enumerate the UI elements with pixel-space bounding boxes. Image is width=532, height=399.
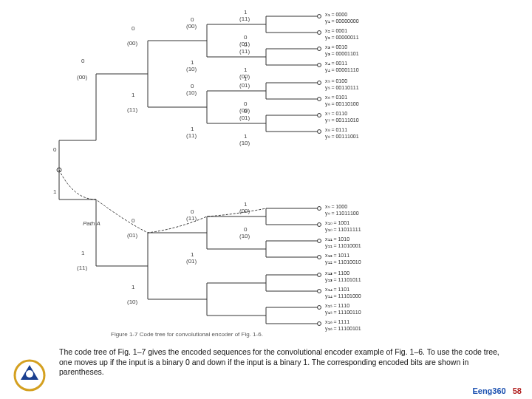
leaf-x: x₃ = 0010 (325, 44, 347, 50)
svg-point-40 (318, 98, 321, 101)
figure-caption: Figure 1-7 Code tree for convolutional e… (111, 331, 263, 338)
leaf-y: y₁₄ = 11101000 (325, 293, 361, 299)
l4-branch-label: 0 (244, 108, 247, 115)
l1-1-label: 1 (81, 250, 84, 256)
l4-branch-label: 0 (244, 41, 247, 48)
leaf-x: x₉ = 1000 (325, 204, 347, 210)
page-number: 58 (513, 386, 522, 395)
l3-branch-label: 1 (191, 251, 194, 258)
svg-point-21 (318, 15, 321, 18)
l1-0-label: 0 (81, 58, 84, 64)
leaf-x: x₇ = 0110 (325, 111, 347, 117)
leaf-x: x₁₃ = 1100 (325, 270, 349, 276)
l4-branch-label: 1 (244, 133, 247, 140)
l2-1-label: 1 (132, 92, 134, 98)
tree-svg (52, 7, 466, 332)
svg-point-69 (318, 273, 321, 277)
l3-branch-code: (10) (186, 66, 197, 72)
svg-point-32 (318, 64, 321, 67)
leaf-y: y₅ = 00110111 (325, 85, 359, 91)
leaf-y: y₁₃ = 11101011 (325, 277, 361, 283)
leaf-y: y₄ = 00001110 (325, 67, 359, 73)
l2-2-code: (01) (127, 232, 137, 239)
l4-branch-code: (11) (239, 48, 250, 55)
leaf-x: x₁₆ = 1111 (325, 319, 349, 325)
l3-branch-code: (10) (186, 89, 197, 96)
svg-point-56 (318, 223, 321, 227)
leaf-x: x₁₀ = 1001 (325, 220, 349, 226)
l4-branch-code: (11) (239, 16, 250, 22)
l4-branch-code: (10) (239, 233, 250, 239)
leaf-y: y₁₆ = 11100101 (325, 326, 361, 332)
svg-point-37 (318, 81, 321, 85)
leaf-y: y₁ = 00000000 (325, 18, 359, 24)
leaf-y: y₆ = 00110100 (325, 101, 359, 107)
leaf-x: x₆ = 0101 (325, 95, 347, 100)
l4-branch-label: 0 (244, 34, 247, 41)
leaf-x: x₁₁ = 1010 (325, 236, 349, 242)
leaf-x: x₈ = 0111 (325, 127, 347, 133)
svg-point-80 (318, 322, 321, 326)
leaf-x: x₄ = 0011 (325, 61, 347, 66)
l4-branch-label: 1 (244, 66, 247, 73)
svg-point-77 (318, 306, 321, 310)
leaf-y: y₂ = 00000011 (325, 35, 359, 41)
root-1: 1 (53, 188, 56, 195)
leaf-x: x₁₅ = 1110 (325, 303, 349, 309)
l2-0-code: (00) (127, 40, 137, 47)
l3-branch-code: (11) (186, 215, 197, 222)
l3-branch-code: (01) (186, 258, 197, 265)
leaf-x: x₁ = 0000 (325, 12, 347, 18)
slide-footer: Eeng360 58 (472, 386, 522, 395)
leaf-y: y₃ = 00001101 (325, 51, 359, 57)
leaf-y: y₁₀ = 11011111 (325, 227, 361, 233)
l4-branch-code: (00) (239, 208, 250, 214)
l3-branch-label: 1 (191, 59, 194, 66)
l3-branch-label: 0 (191, 208, 194, 215)
svg-point-45 (318, 114, 321, 117)
l4-branch-label: 1 (244, 9, 247, 16)
university-logo (13, 359, 46, 392)
svg-point-48 (318, 130, 321, 134)
leaf-y: y₁₁ = 11010001 (325, 243, 361, 249)
body-paragraph: The code tree of Fig. 1–7 gives the enco… (59, 347, 502, 378)
l2-3-label: 1 (132, 284, 134, 290)
code-tree-diagram (52, 7, 466, 332)
svg-point-64 (318, 256, 321, 259)
l4-branch-code: (01) (239, 115, 250, 121)
l2-2-label: 0 (132, 217, 134, 224)
leaf-y: y₇ = 00111010 (325, 117, 359, 123)
leaf-y: y₉ = 11011100 (325, 211, 359, 216)
svg-point-72 (318, 290, 321, 293)
svg-point-61 (318, 239, 321, 243)
l1-0-code: (00) (77, 74, 87, 81)
svg-point-29 (318, 47, 321, 51)
svg-point-83 (26, 370, 33, 378)
l3-branch-code: (00) (186, 23, 197, 30)
leaf-y: y₁₅ = 11100110 (325, 310, 361, 316)
l4-branch-label: 1 (244, 75, 247, 82)
l3-branch-label: 1 (191, 126, 194, 132)
l4-branch-label: 1 (244, 201, 247, 208)
l2-0-label: 0 (132, 25, 134, 32)
l3-branch-label: 0 (191, 83, 194, 89)
l4-branch-label: 0 (244, 226, 247, 233)
leaf-x: x₂ = 0001 (325, 28, 347, 34)
leaf-x: x₁₄ = 1101 (325, 287, 349, 293)
course-code: Eeng360 (472, 386, 505, 395)
l2-3-code: (10) (127, 299, 137, 305)
svg-point-24 (318, 31, 321, 35)
leaf-x: x₅ = 0100 (325, 78, 347, 84)
l4-branch-code: (10) (239, 140, 250, 146)
l2-1-code: (11) (127, 106, 137, 113)
l4-branch-code: (01) (239, 82, 250, 89)
l1-1-code: (11) (77, 265, 87, 271)
leaf-y: y₁₂ = 11010010 (325, 259, 361, 265)
leaf-y: y₈ = 00111001 (325, 134, 359, 140)
l4-branch-label: 0 (244, 100, 247, 107)
path-a-label: Path A (83, 220, 100, 227)
l3-branch-code: (11) (186, 132, 197, 139)
svg-point-53 (318, 207, 321, 211)
leaf-x: x₁₂ = 1011 (325, 253, 349, 259)
l3-branch-label: 0 (191, 16, 194, 23)
